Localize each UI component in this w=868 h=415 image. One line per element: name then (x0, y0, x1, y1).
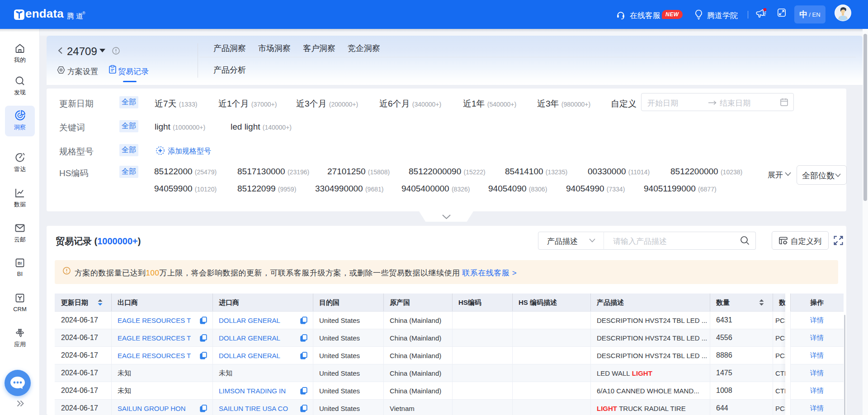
svg-text:BI: BI (18, 261, 22, 266)
